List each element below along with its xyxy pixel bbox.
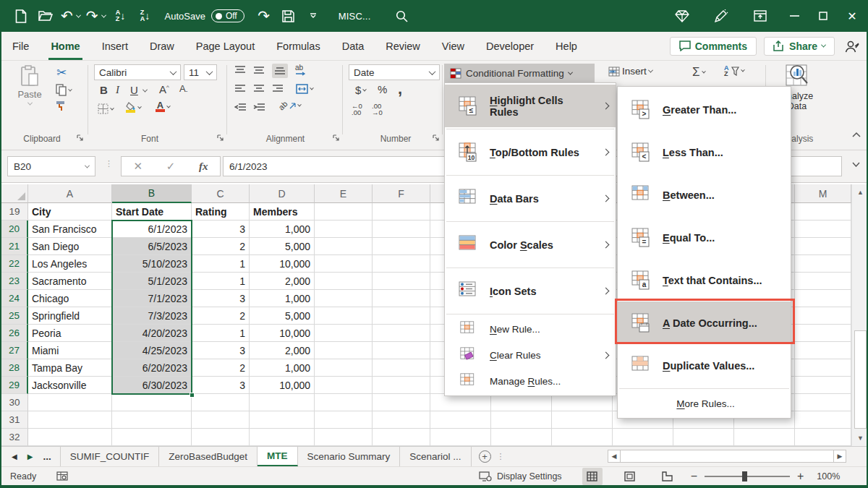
increase-decimal-button[interactable]: ←0.00 — [352, 103, 362, 116]
cell[interactable] — [795, 429, 851, 446]
cell[interactable]: Rating — [192, 203, 250, 221]
autosum-button[interactable]: Σ — [690, 64, 707, 81]
user-account-icon[interactable] — [845, 40, 859, 53]
cell[interactable] — [315, 325, 373, 342]
cell[interactable]: 1 — [192, 325, 250, 342]
cell[interactable] — [795, 307, 851, 325]
menu-item-manage-rules[interactable]: Manage Rules... — [445, 368, 616, 394]
grow-font-button[interactable]: A^ — [159, 83, 169, 95]
scroll-left-icon[interactable]: ◀ — [608, 450, 621, 463]
cell[interactable]: 10,000 — [250, 255, 315, 273]
column-header-D[interactable]: D — [250, 184, 315, 203]
cell[interactable]: Miami — [28, 342, 112, 359]
submenu-item-between[interactable]: Between... — [618, 174, 791, 216]
cell[interactable]: 1,000 — [250, 221, 315, 238]
cell[interactable] — [430, 411, 491, 429]
row-header-20[interactable]: 20 — [1, 221, 28, 238]
share-button[interactable]: Share — [764, 37, 835, 56]
cell[interactable]: 7/1/2023 — [112, 290, 192, 307]
top-align-button[interactable] — [234, 65, 246, 75]
borders-button[interactable] — [95, 102, 116, 116]
sort-za-icon[interactable]: ZA↓ — [136, 5, 155, 27]
zoom-level[interactable]: 100% — [817, 471, 840, 481]
underline-button[interactable]: U — [130, 84, 138, 96]
column-header-C[interactable]: C — [192, 184, 250, 203]
submenu-item-less-than[interactable]: <Less Than... — [618, 131, 791, 174]
submenu-item-more-rules[interactable]: More Rules... — [618, 390, 791, 416]
menu-item-highlight-cells-rules[interactable]: ≤Highlight Cells Rules — [445, 85, 616, 127]
autosave-toggle[interactable]: AutoSave Off — [165, 9, 244, 22]
menu-item-clear-rules[interactable]: Clear Rules — [445, 342, 616, 368]
premium-diamond-icon[interactable] — [673, 5, 692, 27]
expand-formula-bar-chevron[interactable] — [852, 162, 860, 167]
clipboard-dialog-launcher[interactable] — [77, 134, 85, 143]
font-name-combo[interactable]: Calibri — [94, 64, 181, 80]
cell[interactable]: 2,000 — [250, 273, 315, 290]
macro-record-icon[interactable] — [56, 471, 68, 481]
cell[interactable] — [795, 342, 851, 359]
cell[interactable] — [315, 273, 373, 290]
conditional-formatting-button[interactable]: Conditional Formatting — [444, 64, 595, 82]
cell[interactable] — [373, 273, 430, 290]
sheet-tab-scenario-summary[interactable]: Scenario Summary — [298, 447, 401, 466]
sheet-prev-icon[interactable]: ◀ — [12, 453, 17, 461]
menu-item-top-bottom-rules[interactable]: 10Top/Bottom Rules — [445, 131, 616, 174]
row-header-23[interactable]: 23 — [1, 273, 28, 290]
cell[interactable]: Members — [250, 203, 315, 221]
cell[interactable]: 3 — [192, 342, 250, 359]
cell[interactable] — [112, 429, 192, 446]
cell[interactable]: 5/10/2023 — [112, 255, 192, 273]
name-box[interactable]: B20 — [7, 156, 95, 176]
cell[interactable]: 6/30/2023 — [112, 377, 192, 394]
cell[interactable]: 5,000 — [250, 307, 315, 325]
comma-style-button[interactable]: , — [398, 80, 402, 98]
row-header-22[interactable]: 22 — [1, 255, 28, 273]
cell[interactable] — [373, 429, 430, 446]
cell[interactable]: 6/5/2023 — [112, 238, 192, 255]
cell[interactable]: 1,000 — [250, 290, 315, 307]
cell[interactable]: San Diego — [28, 238, 112, 255]
cell[interactable] — [112, 411, 192, 429]
cell[interactable]: 2 — [192, 238, 250, 255]
zoom-in-button[interactable]: + — [797, 470, 804, 483]
vertical-scroll-thumb[interactable] — [854, 330, 867, 429]
cell[interactable] — [28, 394, 112, 411]
row-header-21[interactable]: 21 — [1, 238, 28, 255]
cell[interactable] — [491, 429, 552, 446]
cell[interactable] — [373, 203, 430, 221]
cell[interactable]: City — [28, 203, 112, 221]
cell[interactable] — [795, 325, 851, 342]
row-header-29[interactable]: 29 — [1, 377, 28, 394]
row-header-19[interactable]: 19 — [1, 203, 28, 221]
select-all-corner[interactable] — [1, 184, 28, 203]
page-layout-view-button[interactable] — [620, 468, 640, 485]
scroll-right-icon[interactable]: ▶ — [833, 450, 846, 463]
cell[interactable] — [795, 221, 851, 238]
undo-button[interactable]: ↶ — [61, 5, 80, 27]
menu-item-new-rule[interactable]: New Rule... — [445, 316, 616, 342]
cell[interactable]: Start Date — [112, 203, 192, 221]
cell[interactable] — [430, 429, 491, 446]
cell[interactable] — [552, 411, 613, 429]
cell[interactable] — [373, 411, 430, 429]
cell[interactable] — [373, 255, 430, 273]
cell[interactable] — [315, 377, 373, 394]
sheet-overflow-button[interactable]: ... — [43, 451, 51, 462]
cell[interactable] — [315, 221, 373, 238]
cell[interactable] — [491, 411, 552, 429]
cell[interactable] — [373, 342, 430, 359]
tab-page-layout[interactable]: Page Layout — [185, 32, 265, 60]
cell[interactable] — [28, 411, 112, 429]
row-header-31[interactable]: 31 — [1, 411, 28, 429]
tab-help[interactable]: Help — [545, 32, 588, 60]
cell[interactable]: 1 — [192, 273, 250, 290]
cell[interactable]: Springfield — [28, 307, 112, 325]
display-settings-icon[interactable] — [479, 471, 493, 481]
menu-item-data-bars[interactable]: Data Bars — [445, 177, 616, 220]
cell[interactable]: 3 — [192, 377, 250, 394]
percent-style-button[interactable]: % — [378, 83, 387, 95]
cell[interactable] — [795, 411, 851, 429]
alignment-dialog-launcher[interactable] — [333, 134, 341, 143]
cell[interactable] — [28, 429, 112, 446]
menu-item-icon-sets[interactable]: Icon Sets — [445, 270, 616, 312]
